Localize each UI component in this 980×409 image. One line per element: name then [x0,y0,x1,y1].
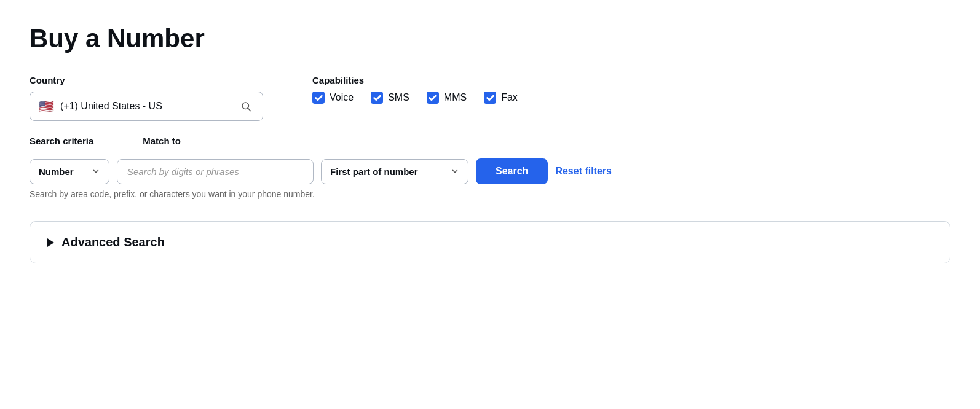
search-phrase-input[interactable] [117,159,314,184]
chevron-down-icon [92,167,100,176]
fax-checkbox[interactable] [484,92,496,104]
triangle-expand-icon [47,238,54,247]
match-to-dropdown[interactable]: First part of number [321,159,468,184]
mms-label: MMS [444,92,467,103]
match-label: Match to [143,136,181,146]
criteria-col: Search criteria [30,136,93,152]
capability-mms[interactable]: MMS [427,92,467,104]
chevron-down-icon [451,167,459,176]
search-button[interactable]: Search [476,158,548,184]
advanced-search-title: Advanced Search [61,235,165,249]
page-title: Buy a Number [30,25,950,53]
search-criteria-section: Search criteria Match to Number First pa… [30,136,950,184]
criteria-label: Search criteria [30,136,93,146]
capability-fax[interactable]: Fax [484,92,518,104]
fax-label: Fax [501,92,518,103]
sms-label: SMS [388,92,409,103]
capabilities-section: Capabilities Voice SMS MMS [312,75,950,121]
country-input-wrapper[interactable]: 🇺🇸 (+1) United States - US [30,92,263,121]
match-col: Match to [143,136,181,152]
capability-voice[interactable]: Voice [312,92,354,104]
svg-line-1 [248,109,250,111]
search-type-dropdown[interactable]: Number [30,159,109,184]
capabilities-row: Voice SMS MMS Fax [312,92,950,104]
country-value-text: (+1) United States - US [60,101,162,112]
capabilities-label: Capabilities [312,75,950,85]
reset-filters-link[interactable]: Reset filters [555,166,612,177]
capability-sms[interactable]: SMS [371,92,409,104]
search-hint: Search by area code, prefix, or characte… [30,189,950,199]
country-section: Country 🇺🇸 (+1) United States - US [30,75,263,121]
voice-label: Voice [330,92,354,103]
mms-checkbox[interactable] [427,92,439,104]
controls-row: Number First part of number Search Reset… [30,158,950,184]
search-type-value: Number [39,166,74,177]
country-search-button[interactable] [238,98,254,114]
voice-checkbox[interactable] [312,92,325,104]
match-to-value: First part of number [330,166,418,177]
country-selected-value: 🇺🇸 (+1) United States - US [39,99,162,114]
flag-icon: 🇺🇸 [39,99,54,114]
search-icon [240,101,251,112]
country-label: Country [30,75,263,85]
advanced-search-card[interactable]: Advanced Search [30,221,950,263]
sms-checkbox[interactable] [371,92,383,104]
